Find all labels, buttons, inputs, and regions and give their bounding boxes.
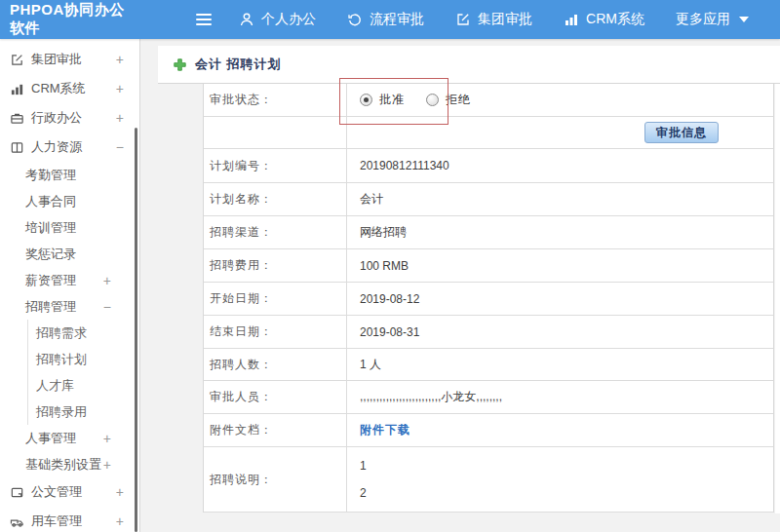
reject-radio-label[interactable]: 拒绝: [446, 92, 471, 108]
page-title-bar: 会计 招聘计划: [158, 46, 780, 84]
field-label: 计划编号：: [204, 149, 347, 182]
field-value: 2019-08-31: [347, 316, 773, 348]
sidebar-item-recruit-demand[interactable]: 招聘需求: [27, 320, 139, 346]
approval-status-options: 批准 拒绝: [347, 84, 773, 116]
sidebar-item-label: 薪资管理: [25, 272, 76, 289]
bar-chart-icon: [564, 12, 579, 27]
field-label: 招聘说明：: [204, 447, 347, 512]
field-value: 100 RMB: [347, 249, 773, 282]
sidebar-item-recruit-hire[interactable]: 招聘录用: [27, 399, 139, 425]
sidebar-item-hr-contract[interactable]: 人事合同: [0, 188, 139, 214]
sidebar-item-personnel-mgmt[interactable]: 人事管理 +: [0, 425, 139, 451]
sidebar-item-recruit-mgmt[interactable]: 招聘管理 −: [0, 293, 139, 320]
sidebar-item-label: 人事合同: [25, 193, 76, 210]
collapse-toggle[interactable]: −: [103, 299, 111, 315]
top-header: PHPOA协同办公软件 个人办公 流程审批: [0, 0, 780, 39]
expand-toggle[interactable]: +: [116, 110, 124, 126]
field-label: 招聘人数：: [204, 349, 347, 380]
approvers-row: 审批人员： ,,,,,,,,,,,,,,,,,,,,,,,,,小龙女,,,,,,…: [204, 381, 773, 414]
sidebar-item-vehicle-mgmt[interactable]: 用车管理 +: [0, 507, 139, 532]
nav-label: 个人办公: [261, 11, 316, 28]
bar-chart-icon: [9, 81, 24, 96]
approval-info-button[interactable]: 审批信息: [644, 122, 719, 143]
sidebar-item-base-category[interactable]: 基础类别设置 +: [0, 451, 139, 477]
sidebar-item-label: 考勤管理: [25, 167, 76, 184]
sidebar-item-document-mgmt[interactable]: 公文管理 +: [0, 477, 139, 507]
sidebar-item-label: 行政办公: [31, 109, 82, 127]
field-label: 审批人员：: [204, 381, 347, 413]
hamburger-menu-icon[interactable]: [196, 14, 212, 25]
expand-toggle[interactable]: +: [116, 513, 124, 529]
start-date-row: 开始日期： 2019-08-12: [204, 283, 773, 316]
sidebar-scrollbar[interactable]: [135, 128, 137, 532]
sidebar-item-label: 用车管理: [31, 513, 82, 530]
sidebar: 集团审批 + CRM系统 + 行政办公 + 人力资源 − 考勤管理 人事合同 培…: [0, 39, 140, 532]
sidebar-item-label: CRM系统: [31, 80, 86, 97]
end-date-row: 结束日期： 2019-08-31: [204, 316, 773, 349]
sidebar-item-crm[interactable]: CRM系统 +: [0, 74, 139, 103]
description-line: 1: [360, 459, 367, 473]
approve-radio-label[interactable]: 批准: [379, 92, 405, 108]
plan-number-row: 计划编号： 20190812111340: [204, 149, 773, 183]
nav-personal-office[interactable]: 个人办公: [239, 11, 316, 28]
sidebar-item-training[interactable]: 培训管理: [0, 214, 139, 241]
nav-group-approval[interactable]: 集团审批: [455, 11, 532, 28]
nav-label: CRM系统: [586, 11, 644, 28]
sidebar-item-label: 招聘计划: [36, 351, 87, 368]
sidebar-item-talent-pool[interactable]: 人才库: [27, 372, 139, 399]
field-value: 会计: [347, 183, 773, 215]
add-plus-icon[interactable]: [174, 58, 186, 71]
field-label: 审批状态：: [204, 84, 347, 116]
sidebar-item-label: 招聘管理: [25, 298, 76, 316]
field-label: 结束日期：: [204, 316, 347, 348]
sidebar-item-recruit-plan[interactable]: 招聘计划: [27, 346, 139, 372]
sidebar-item-group-approval[interactable]: 集团审批 +: [0, 45, 139, 74]
sidebar-item-attendance[interactable]: 考勤管理: [0, 162, 139, 188]
expand-toggle[interactable]: +: [103, 431, 111, 446]
recruit-channel-row: 招聘渠道： 网络招聘: [204, 216, 773, 249]
plan-name-row: 计划名称： 会计: [204, 183, 773, 216]
top-nav: 个人办公 流程审批 集团审批 CRM系统: [239, 11, 780, 28]
field-value: ,,,,,,,,,,,,,,,,,,,,,,,,,小龙女,,,,,,,,: [347, 381, 773, 413]
briefcase-icon: [9, 110, 24, 126]
user-icon: [239, 12, 254, 27]
sidebar-item-label: 招聘录用: [36, 403, 87, 421]
nav-crm-system[interactable]: CRM系统: [564, 11, 644, 28]
expand-toggle[interactable]: +: [116, 52, 124, 67]
expand-toggle[interactable]: +: [116, 484, 124, 500]
sidebar-item-rewards[interactable]: 奖惩记录: [0, 241, 139, 267]
book-icon: [9, 139, 24, 155]
sidebar-item-label: 人才库: [36, 377, 74, 395]
collapse-toggle[interactable]: −: [116, 139, 124, 155]
history-icon: [347, 12, 363, 27]
recruit-cost-row: 招聘费用： 100 RMB: [204, 249, 773, 283]
nav-label: 流程审批: [370, 11, 424, 28]
field-label: 招聘渠道：: [204, 216, 347, 248]
car-icon: [9, 513, 24, 529]
expand-toggle[interactable]: +: [103, 457, 111, 473]
approve-radio[interactable]: [360, 94, 372, 106]
attachment-download-link[interactable]: 附件下载: [360, 422, 410, 438]
sidebar-item-label: 奖惩记录: [25, 246, 76, 263]
sidebar-item-label: 培训管理: [25, 219, 76, 237]
field-label: 开始日期：: [204, 283, 347, 315]
sidebar-item-salary[interactable]: 薪资管理 +: [0, 267, 139, 293]
sidebar-item-human-resources[interactable]: 人力资源 −: [0, 133, 139, 162]
recruit-plan-form: 审批状态： 批准 拒绝 审批信息 计划编号： 20190812111340 计划…: [203, 84, 774, 513]
approval-status-row: 审批状态： 批准 拒绝: [204, 84, 773, 117]
field-label: 附件文档：: [204, 414, 347, 446]
nav-more-apps[interactable]: 更多应用: [676, 11, 749, 28]
reject-radio[interactable]: [426, 94, 439, 106]
edit-square-icon: [9, 52, 24, 67]
nav-workflow-approval[interactable]: 流程审批: [347, 11, 424, 28]
sidebar-item-label: 公文管理: [31, 483, 82, 501]
expand-toggle[interactable]: +: [116, 81, 124, 96]
attachment-row: 附件文档： 附件下载: [204, 414, 773, 447]
sidebar-item-admin-office[interactable]: 行政办公 +: [0, 103, 139, 133]
edit-icon: [455, 12, 471, 27]
expand-toggle[interactable]: +: [103, 273, 111, 288]
approval-button-row: 审批信息: [204, 117, 773, 149]
page-title: 会计 招聘计划: [195, 56, 282, 73]
document-icon: [9, 484, 24, 500]
field-value: 网络招聘: [347, 216, 773, 248]
